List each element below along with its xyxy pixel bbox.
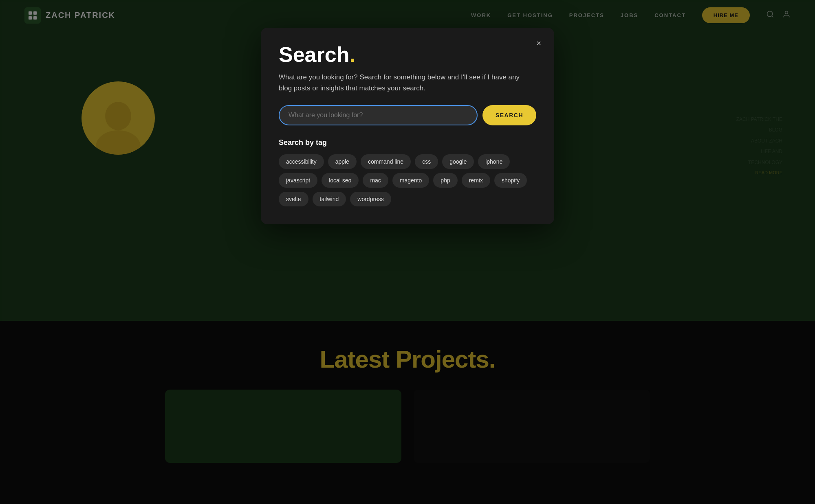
search-by-tag-label: Search by tag	[279, 138, 536, 147]
tag-pill-css[interactable]: css	[415, 154, 438, 169]
search-input[interactable]	[279, 105, 478, 125]
tag-pill-iphone[interactable]: iphone	[478, 154, 510, 169]
tag-pill-shopify[interactable]: shopify	[494, 173, 527, 188]
search-button[interactable]: SEARCH	[482, 105, 536, 125]
tags-container: accessibilityapplecommand linecssgooglei…	[279, 154, 536, 206]
search-modal: × Search. What are you looking for? Sear…	[261, 28, 554, 224]
tag-pill-apple[interactable]: apple	[328, 154, 357, 169]
tag-pill-tailwind[interactable]: tailwind	[313, 192, 346, 206]
tag-pill-remix[interactable]: remix	[462, 173, 490, 188]
search-input-row: SEARCH	[279, 105, 536, 125]
tag-pill-accessibility[interactable]: accessibility	[279, 154, 324, 169]
tag-pill-javascript[interactable]: javascript	[279, 173, 317, 188]
modal-close-button[interactable]: ×	[531, 36, 546, 50]
tag-pill-mac[interactable]: mac	[363, 173, 388, 188]
modal-title: Search.	[279, 44, 536, 65]
tag-pill-command-line[interactable]: command line	[361, 154, 411, 169]
tag-pill-local-seo[interactable]: local seo	[322, 173, 359, 188]
tag-pill-svelte[interactable]: svelte	[279, 192, 308, 206]
tag-pill-wordpress[interactable]: wordpress	[350, 192, 391, 206]
modal-description: What are you looking for? Search for som…	[279, 72, 523, 94]
tag-pill-php[interactable]: php	[433, 173, 457, 188]
tag-pill-google[interactable]: google	[442, 154, 474, 169]
tag-pill-magento[interactable]: magento	[392, 173, 429, 188]
